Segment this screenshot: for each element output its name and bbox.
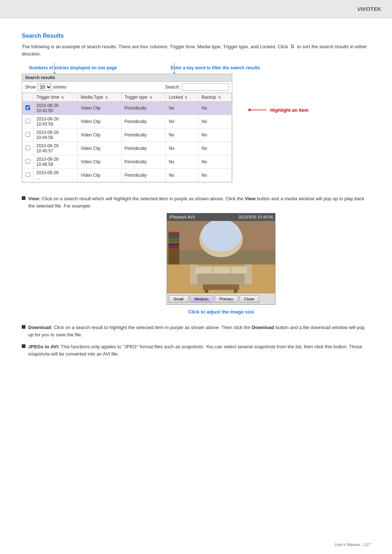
media-header: (Playback AVI) 2013/3/26 10:43:06 xyxy=(167,213,275,221)
page-header: VIVOTEK xyxy=(0,0,392,18)
svg-rect-21 xyxy=(214,267,230,274)
col-backup: Backup ⇅ xyxy=(199,93,232,102)
small-button[interactable]: Small xyxy=(169,295,188,303)
row-checkbox[interactable] xyxy=(25,172,30,177)
bullet-jpegs: JPEGs to AVI: This functions only applie… xyxy=(22,343,370,357)
bullet-jpegs-bold: JPEGs to AVI: xyxy=(28,344,60,349)
room-scene-svg xyxy=(167,221,275,294)
table-row[interactable]: 2010-08-26 10:45:57Video ClipPeriodicall… xyxy=(23,142,232,155)
svg-rect-15 xyxy=(168,246,179,248)
col-locked: Locked ⇅ xyxy=(166,93,199,102)
bullet-download-content: Click on a search result to highlight th… xyxy=(28,325,365,337)
svg-rect-12 xyxy=(168,239,179,241)
sort-media-type-icon[interactable]: ⇅ xyxy=(105,96,108,99)
highlight-annotation: Highlight an item xyxy=(249,106,309,114)
svg-rect-20 xyxy=(196,267,212,274)
svg-rect-24 xyxy=(205,289,208,293)
table-cell: Video Clip xyxy=(78,128,121,142)
table-cell: Periodically xyxy=(121,142,166,155)
media-title-right: 2013/3/26 10:43:06 xyxy=(238,214,273,220)
bullet-icon-jpegs xyxy=(22,344,25,348)
bullet-icon-view xyxy=(22,196,25,200)
primary-button[interactable]: Primary xyxy=(215,295,238,303)
table-cell: Video Clip xyxy=(78,102,121,115)
media-video xyxy=(167,221,275,294)
annotation-filter-label: Enter a key word to filter the search re… xyxy=(171,65,261,71)
show-entries-control: Show 10 25 50 entries xyxy=(25,83,66,91)
entries-label: entries xyxy=(53,85,66,90)
row-checkbox[interactable] xyxy=(25,105,30,110)
table-cell: No xyxy=(166,128,199,142)
row-checkbox[interactable] xyxy=(25,132,30,137)
bullet-view: View: Click on a search result which wil… xyxy=(22,195,370,319)
results-table: Trigger time ⇅ Media Type ⇅ Trigger type… xyxy=(22,93,232,182)
col-trigger-type: Trigger type ⇅ xyxy=(121,93,166,102)
table-cell: Video Clip xyxy=(78,169,121,182)
sort-locked-icon[interactable]: ⇅ xyxy=(185,96,188,99)
page-footer: User's Manual - 117 xyxy=(335,542,370,547)
table-row[interactable]: 2010-08-26 ...Video ClipPeriodicallyNoNo xyxy=(23,169,232,182)
table-cell: 2010-08-26 10:44:56 xyxy=(33,128,78,142)
sort-trigger-type-icon[interactable]: ⇅ xyxy=(150,96,152,99)
entries-select[interactable]: 10 25 50 xyxy=(37,83,52,91)
table-cell: No xyxy=(199,102,232,115)
table-cell: No xyxy=(199,169,232,182)
search-input[interactable] xyxy=(182,83,229,91)
bullet-view-bold: View: xyxy=(28,196,41,201)
media-preview: (Playback AVI) 2013/3/26 10:43:06 xyxy=(167,213,275,305)
table-row[interactable]: 2010-08-26 10:42:55Video ClipPeriodicall… xyxy=(23,102,232,115)
click-adjust-label: Click to adjust the image size xyxy=(72,308,370,316)
intro-paragraph: The following is an example of search re… xyxy=(22,43,370,58)
page-content: Search Results The following is an examp… xyxy=(0,18,392,384)
table-cell: No xyxy=(166,169,199,182)
table-cell: Periodically xyxy=(121,115,166,128)
table-cell: 2010-08-26 ... xyxy=(33,169,78,182)
table-cell: Periodically xyxy=(121,155,166,169)
medium-button[interactable]: Medium xyxy=(190,295,213,303)
table-row[interactable]: 2010-08-26 10:43:56Video ClipPeriodicall… xyxy=(23,115,232,128)
search-results-container: Search results Show 10 25 50 entries Sea… xyxy=(22,74,232,182)
search-label: Search: xyxy=(165,85,180,90)
highlight-arrow-svg xyxy=(249,106,270,114)
table-cell: No xyxy=(199,128,232,142)
table-cell: 2010-08-26 10:46:58 xyxy=(33,155,78,169)
annotation-entries-label: Numbers of entries displayed on one page xyxy=(29,65,123,71)
table-cell: No xyxy=(199,142,232,155)
table-cell: No xyxy=(166,115,199,128)
table-cell: No xyxy=(199,115,232,128)
row-checkbox[interactable] xyxy=(25,145,30,150)
bullet-jpegs-content: This functions only applies to "JPEG" fo… xyxy=(28,344,362,357)
col-checkbox xyxy=(23,93,33,102)
section-title: Search Results xyxy=(22,33,370,39)
col-trigger-time: Trigger time ⇅ xyxy=(33,93,78,102)
table-cell: No xyxy=(166,155,199,169)
brand-logo: VIVOTEK xyxy=(357,6,381,12)
row-checkbox[interactable] xyxy=(25,159,30,164)
sort-backup-icon[interactable]: ⇅ xyxy=(218,96,221,99)
row-checkbox[interactable] xyxy=(25,119,30,123)
media-title-left: (Playback AVI) xyxy=(169,214,195,220)
svg-rect-11 xyxy=(168,236,179,238)
table-title: Search results xyxy=(22,74,232,82)
bullet-icon-download xyxy=(22,325,25,329)
table-cell: No xyxy=(166,142,199,155)
sort-icon: ⇅ xyxy=(290,43,295,50)
table-controls: Show 10 25 50 entries Search: xyxy=(22,82,232,93)
table-row[interactable]: 2010-08-26 10:44:56Video ClipPeriodicall… xyxy=(23,128,232,142)
media-buttons: Small Medium Primary Close xyxy=(167,294,275,304)
svg-rect-25 xyxy=(234,289,237,293)
bullet-download: Download: Click on a search result to hi… xyxy=(22,324,370,338)
footer-text: User's Manual - 117 xyxy=(335,542,370,547)
col-media-type: Media Type ⇅ xyxy=(78,93,121,102)
table-row[interactable]: 2010-08-26 10:46:58Video ClipPeriodicall… xyxy=(23,155,232,169)
svg-marker-3 xyxy=(249,108,252,111)
close-button[interactable]: Close xyxy=(240,295,259,303)
svg-rect-23 xyxy=(203,284,239,290)
bullet-download-bold: Download: xyxy=(28,325,52,330)
svg-rect-14 xyxy=(168,244,179,246)
sort-trigger-time-icon[interactable]: ⇅ xyxy=(61,96,64,99)
show-label: Show xyxy=(25,85,36,90)
view-button-ref: View xyxy=(245,196,256,201)
diagram-section: Numbers of entries displayed on one page… xyxy=(22,65,370,186)
search-box: Search: xyxy=(165,83,229,91)
